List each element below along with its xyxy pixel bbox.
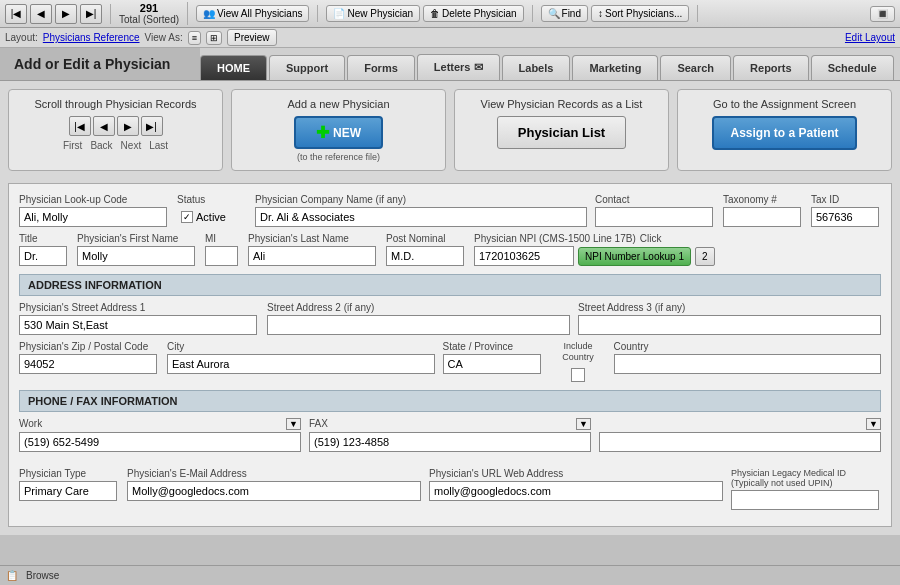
prev-record-btn[interactable]: ◀ <box>30 4 52 24</box>
type-input[interactable] <box>19 481 117 501</box>
first-btn[interactable]: |◀ <box>69 116 91 136</box>
plus-icon: ✚ <box>316 123 329 142</box>
legacy-id-input[interactable] <box>731 490 879 510</box>
next-record-btn[interactable]: ▶ <box>55 4 77 24</box>
work-field: Work ▼ <box>19 418 301 452</box>
email-field: Physician's E-Mail Address <box>127 468 421 501</box>
email-input[interactable] <box>127 481 421 501</box>
new-physician-btn[interactable]: 📄 New Physician <box>326 5 420 22</box>
zip-input[interactable] <box>19 354 157 374</box>
country-label: Country <box>614 341 882 352</box>
street2-label: Street Address 2 (if any) <box>267 302 570 313</box>
tab-marketing[interactable]: Marketing <box>572 55 658 80</box>
tab-forms[interactable]: Forms <box>347 55 415 80</box>
include-country-field: IncludeCountry <box>551 341 606 382</box>
next-btn[interactable]: ▶ <box>117 116 139 136</box>
tab-letters[interactable]: Letters ✉ <box>417 54 500 80</box>
last-btn[interactable]: ▶| <box>141 116 163 136</box>
lookup-input[interactable] <box>19 207 167 227</box>
title-input[interactable] <box>19 246 67 266</box>
view-as-list-btn[interactable]: ⊞ <box>206 31 222 45</box>
mi-input[interactable] <box>205 246 238 266</box>
tab-reports[interactable]: Reports <box>733 55 809 80</box>
layout-bar: Layout: Physicians Reference View As: ≡ … <box>0 28 900 48</box>
window-control-btn[interactable]: 🔳 <box>870 6 895 22</box>
view-all-btn[interactable]: 👥 View All Physicians <box>196 5 309 22</box>
taxonomy-label: Taxonomy # <box>723 194 803 205</box>
include-country-checkbox[interactable] <box>571 368 585 382</box>
street3-field: Street Address 3 (if any) <box>578 302 881 335</box>
fax-clear-btn[interactable]: ▼ <box>576 418 591 430</box>
post-nominal-input[interactable] <box>386 246 464 266</box>
fax-label: FAX <box>309 418 328 429</box>
street2-input[interactable] <box>267 315 570 335</box>
tax-id-field: Tax ID <box>811 194 881 227</box>
state-input[interactable] <box>443 354 541 374</box>
npi-input[interactable] <box>474 246 574 266</box>
active-checkbox[interactable]: ✓ <box>181 211 193 223</box>
list-panel-title: View Physician Records as a List <box>467 98 656 110</box>
delete-physician-btn[interactable]: 🗑 Delete Physician <box>423 5 523 22</box>
view-all-group: 👥 View All Physicians <box>196 5 318 22</box>
browse-label: Browse <box>26 570 59 581</box>
tab-search[interactable]: Search <box>660 55 731 80</box>
bottom-row: Physician Type Physician's E-Mail Addres… <box>19 468 881 510</box>
taxonomy-input[interactable] <box>723 207 801 227</box>
sort-icon: ↕ <box>598 8 603 19</box>
work-input[interactable] <box>19 432 301 452</box>
npi-lookup-btn[interactable]: NPI Number Lookup 1 <box>578 247 691 266</box>
type-field: Physician Type <box>19 468 119 501</box>
browse-icon: 📋 <box>6 570 18 581</box>
assign-to-patient-btn[interactable]: Assign to a Patient <box>712 116 856 150</box>
street3-input[interactable] <box>578 315 881 335</box>
mi-label: MI <box>205 233 240 244</box>
add-new-btn[interactable]: ✚ NEW <box>294 116 383 149</box>
other-phone-clear-btn[interactable]: ▼ <box>866 418 881 430</box>
contact-label: Contact <box>595 194 715 205</box>
view-as-form-btn[interactable]: ≡ <box>188 31 201 45</box>
first-name-input[interactable] <box>77 246 195 266</box>
layout-value[interactable]: Physicians Reference <box>43 32 140 43</box>
tab-home[interactable]: HOME <box>200 55 267 80</box>
main-content: Scroll through Physician Records |◀ ◀ ▶ … <box>0 81 900 543</box>
assign-panel: Go to the Assignment Screen Assign to a … <box>677 89 892 171</box>
url-field: Physician's URL Web Address <box>429 468 723 501</box>
tab-labels[interactable]: Labels <box>502 55 571 80</box>
first-record-btn[interactable]: |◀ <box>5 4 27 24</box>
company-input[interactable] <box>255 207 587 227</box>
nav-labels: First Back Next Last <box>21 140 210 151</box>
physician-list-btn[interactable]: Physician List <box>497 116 626 149</box>
work-label: Work <box>19 418 42 429</box>
last-name-input[interactable] <box>248 246 376 266</box>
state-field: State / Province <box>443 341 543 374</box>
country-input[interactable] <box>614 354 882 374</box>
work-phone-clear-btn[interactable]: ▼ <box>286 418 301 430</box>
mi-field: MI <box>205 233 240 266</box>
city-input[interactable] <box>167 354 435 374</box>
edit-layout-label[interactable]: Edit Layout <box>845 32 895 43</box>
physician-form: Physician Look-up Code Status ✓ Active P… <box>8 183 892 527</box>
phone-section-header: PHONE / FAX INFORMATION <box>19 390 881 412</box>
lookup-label: Physician Look-up Code <box>19 194 169 205</box>
scroll-nav-controls: |◀ ◀ ▶ ▶| <box>21 116 210 136</box>
url-input[interactable] <box>429 481 723 501</box>
preview-btn[interactable]: Preview <box>227 29 277 46</box>
post-nominal-field: Post Nominal <box>386 233 466 266</box>
find-btn[interactable]: 🔍 Find <box>541 5 588 22</box>
back-btn[interactable]: ◀ <box>93 116 115 136</box>
tab-support[interactable]: Support <box>269 55 345 80</box>
sort-btn[interactable]: ↕ Sort Physicians... <box>591 5 689 22</box>
title-field: Title <box>19 233 69 266</box>
npi-num-btn[interactable]: 2 <box>695 247 715 266</box>
assign-panel-title: Go to the Assignment Screen <box>690 98 879 110</box>
other-phone-input[interactable] <box>599 432 881 452</box>
spacer <box>19 458 881 468</box>
tax-id-input[interactable] <box>811 207 879 227</box>
contact-input[interactable] <box>595 207 713 227</box>
last-record-btn[interactable]: ▶| <box>80 4 102 24</box>
people-icon: 👥 <box>203 8 215 19</box>
fax-input[interactable] <box>309 432 591 452</box>
street1-input[interactable] <box>19 315 257 335</box>
tab-schedule[interactable]: Schedule <box>811 55 894 80</box>
include-country-label: IncludeCountry <box>551 341 606 363</box>
